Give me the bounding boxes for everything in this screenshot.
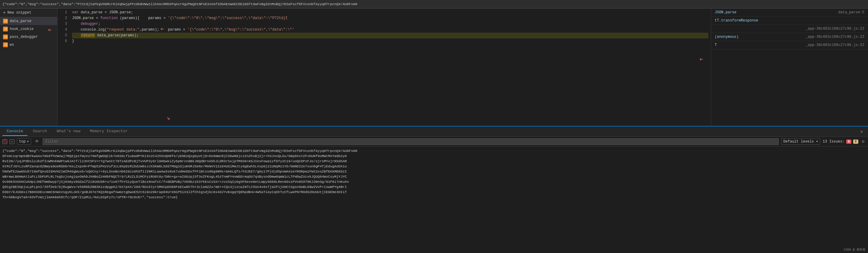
right-panel-item-4: (anonymous) _app-38c663c108c27c98.js:22 — [711, 33, 868, 41]
filter-input[interactable] — [43, 138, 779, 145]
sidebar-label-ws: ws — [10, 43, 14, 47]
right-item-name-2: tT.transformResponse — [715, 19, 758, 23]
tab-search[interactable]: Search — [29, 127, 52, 136]
sidebar-label-hook-cookie: hook_cookie — [10, 27, 34, 31]
snippet-icon-hook-cookie: JS — [3, 27, 8, 31]
right-item-name-5: T — [715, 43, 717, 47]
console-stop-button[interactable]: ⊘ — [10, 139, 14, 144]
code-line-5: return data_parse(params); — [72, 33, 708, 38]
right-item-value-4: _app-38c663c108c27c98.js:22 — [806, 35, 864, 39]
right-panel-item-2: tT.transformResponse — [711, 17, 868, 25]
code-line-3: debugger; — [72, 21, 708, 27]
sidebar-item-hook-cookie[interactable]: JS hook_cookie — [0, 25, 57, 33]
console-clear-button[interactable]: 🚫 — [2, 139, 7, 144]
console-tabs-bar: Console Search What's new Memory Inspect… — [0, 126, 868, 137]
right-panel-item-5: T _app-38c663c108c27c98.js:22 — [711, 41, 868, 49]
top-level-label: top — [19, 140, 26, 144]
right-item-name-1: JSON.parse — [715, 10, 737, 15]
sidebar-label-data-parse: data_parse — [10, 19, 31, 23]
top-response-text: {"code":"0","msg":"success","data":"P72t… — [2, 2, 357, 6]
snippet-icon-pass-debugger: JS — [3, 34, 8, 39]
right-item-name-4: (anonymous) — [715, 35, 739, 39]
console-output: {"code":"0","msg":"success","data":"P72t… — [0, 146, 868, 253]
new-snippet-label: New snippet — [7, 10, 31, 15]
top-level-dropdown[interactable]: top ▾ — [17, 138, 31, 145]
top-level-arrow: ▾ — [27, 139, 29, 144]
default-levels-dropdown[interactable]: Default levels ▾ — [781, 138, 820, 145]
issues-badge: 13 Issues: 5 7 — [823, 140, 858, 144]
right-panel-item-3: _app-38c663c108c27c98.js:22 — [711, 25, 868, 33]
tab-console[interactable]: Console — [2, 127, 28, 136]
right-item-value-5: _app-38c663c108c27c98.js:22 — [806, 43, 864, 47]
sidebar-item-pass-debugger[interactable]: JS pass_debugger — [0, 33, 57, 41]
tab-memory-inspector[interactable]: Memory Inspector — [86, 127, 132, 136]
console-toolbar: 🚫 ⊘ top ▾ 👁 Default levels ▾ 13 Issues: … — [0, 137, 868, 146]
plus-icon: + — [3, 10, 5, 15]
top-response-bar: {"code":"0","msg":"success","data":"P72t… — [0, 0, 868, 8]
console-output-text: {"code":"0","msg":"success","data":"P72t… — [2, 149, 357, 199]
issues-label: 13 Issues: — [823, 140, 844, 144]
code-line-1: var data_parse = JSON.parse; — [72, 10, 708, 16]
gear-icon-button[interactable]: ⚙ — [861, 138, 866, 145]
sidebar-item-data-parse[interactable]: JS data_parse — [0, 17, 57, 25]
eye-icon-button[interactable]: 👁 — [34, 139, 40, 145]
snippet-icon-ws: JS — [3, 43, 8, 47]
code-line-6: } — [72, 38, 708, 44]
sidebar-label-pass-debugger: pass_debugger — [10, 35, 38, 39]
right-item-value-1: data_parse:5 — [838, 10, 864, 15]
snippet-icon-data-parse: JS — [3, 19, 8, 24]
new-snippet-button[interactable]: + New snippet — [0, 8, 57, 17]
console-close-button[interactable]: ✕ — [858, 128, 866, 136]
tab-whats-new[interactable]: What's new — [52, 127, 84, 136]
console-area: Console Search What's new Memory Inspect… — [0, 126, 868, 253]
sidebar-item-ws[interactable]: JS ws — [0, 41, 57, 49]
right-panel-item-1: JSON.parse data_parse:5 — [711, 8, 868, 17]
code-line-2: JSON.parse = function (params){ params =… — [72, 16, 708, 21]
default-levels-label: Default levels ▾ — [783, 139, 818, 144]
right-item-value-3: _app-38c663c108c27c98.js:22 — [806, 27, 864, 31]
warning-count-badge[interactable]: 7 — [853, 140, 858, 144]
error-count-badge[interactable]: 5 — [846, 140, 851, 144]
watermark: CSDN @ 果秋客 — [844, 248, 866, 252]
code-line-4: console.log("request data:",params); par… — [72, 27, 708, 33]
